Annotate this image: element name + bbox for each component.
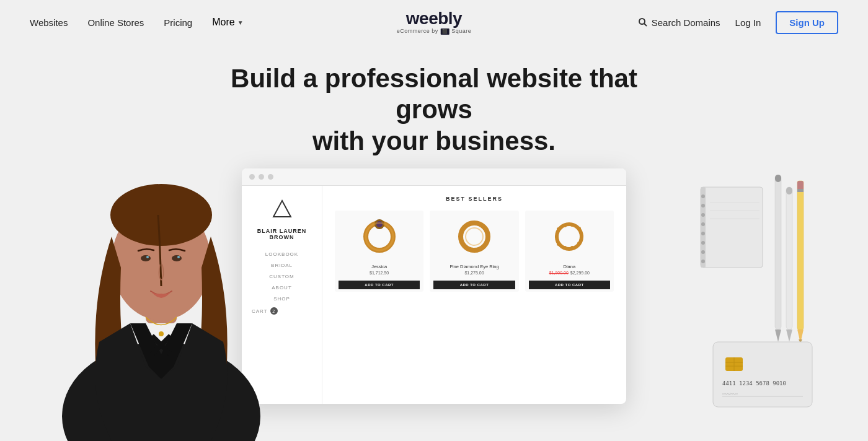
svg-text:4411  1234  5678  9010: 4411 1234 5678 9010 — [722, 380, 786, 386]
svg-rect-52 — [797, 189, 804, 192]
svg-marker-46 — [786, 330, 792, 342]
svg-line-1 — [644, 24, 647, 26]
best-sellers-title: BEST SELLERS — [335, 196, 614, 202]
svg-point-38 — [701, 260, 705, 263]
svg-point-17 — [466, 228, 483, 245]
product-image-jessica — [335, 211, 423, 260]
hero-section: Build a professional website that grows … — [0, 45, 868, 441]
add-to-cart-diana[interactable]: ADD TO CART — [529, 281, 610, 289]
hero-headline: Build a professional website that grows … — [217, 63, 651, 157]
logo-tagline: eCommerce by ⬛ Square — [397, 28, 472, 35]
ring-diamond-svg — [453, 217, 496, 254]
svg-point-20 — [557, 227, 560, 231]
mockup-body: Blair Lauren Brown LOOKBOOK BRIDAL CUSTO… — [242, 186, 626, 404]
svg-point-34 — [701, 222, 705, 226]
products-grid: Jessica $1,712.50 ADD TO CART — [335, 211, 614, 292]
logo-wordmark: weebly — [397, 10, 472, 27]
svg-rect-51 — [797, 181, 804, 190]
nav-right: Search Domains Log In Sign Up — [638, 11, 838, 34]
svg-point-9 — [177, 256, 180, 258]
svg-rect-29 — [701, 187, 763, 268]
product-info-diana: Diana $1,900.00$2,299.00 ADD TO CART — [525, 260, 614, 292]
logo[interactable]: weebly eCommerce by ⬛ Square — [397, 10, 472, 35]
svg-point-16 — [461, 223, 488, 250]
svg-point-5 — [110, 184, 212, 246]
svg-point-32 — [701, 204, 705, 207]
ring-diana-svg — [547, 217, 591, 254]
svg-rect-48 — [797, 181, 804, 330]
svg-point-0 — [639, 19, 645, 24]
svg-rect-53 — [713, 342, 812, 407]
product-image-diamond — [430, 211, 518, 260]
mockup-content: BEST SELLERS Jess — [322, 186, 626, 404]
svg-rect-47 — [786, 187, 792, 194]
svg-point-28 — [557, 242, 560, 246]
svg-marker-11 — [273, 201, 291, 217]
nav-left: Websites Online Stores Pricing More ▼ — [30, 17, 244, 28]
svg-marker-43 — [775, 330, 781, 342]
chevron-down-icon: ▼ — [237, 19, 244, 26]
svg-point-21 — [563, 224, 567, 227]
product-price-jessica: $1,712.50 — [339, 271, 420, 275]
svg-point-37 — [701, 250, 705, 254]
svg-point-7 — [172, 255, 182, 261]
product-price-diamond: $1,275.00 — [433, 271, 515, 275]
search-icon — [638, 17, 648, 27]
svg-point-24 — [580, 234, 583, 238]
product-card-jessica: Jessica $1,712.50 ADD TO CART — [335, 211, 423, 292]
svg-rect-42 — [775, 175, 781, 330]
mockup-titlebar — [242, 168, 626, 186]
add-to-cart-jessica[interactable]: ADD TO CART — [339, 281, 420, 289]
search-label: Search Domains — [652, 17, 720, 28]
product-card-diamond: Fine Diamond Eye Ring $1,275.00 ADD TO C… — [430, 211, 518, 292]
person-image — [50, 94, 273, 441]
stationery-svg: 4411 1234 5678 9010 ~~~/~~~ — [694, 175, 831, 422]
nav-stores[interactable]: Online Stores — [87, 17, 144, 28]
ring-jessica-svg — [358, 217, 401, 254]
search-domains[interactable]: Search Domains — [638, 17, 720, 28]
svg-point-22 — [570, 223, 574, 227]
svg-rect-30 — [701, 187, 706, 268]
svg-point-10 — [159, 331, 164, 336]
nav-more[interactable]: More ▼ — [212, 17, 243, 28]
svg-point-8 — [146, 256, 149, 258]
svg-point-35 — [701, 232, 705, 235]
navbar: Websites Online Stores Pricing More ▼ we… — [0, 0, 868, 45]
product-price-diana: $1,900.00$2,299.00 — [529, 271, 610, 275]
website-mockup: Blair Lauren Brown LOOKBOOK BRIDAL CUSTO… — [242, 168, 626, 404]
product-info-jessica: Jessica $1,712.50 ADD TO CART — [335, 260, 423, 292]
login-link[interactable]: Log In — [735, 17, 761, 28]
svg-point-31 — [701, 194, 705, 198]
add-to-cart-diamond[interactable]: ADD TO CART — [433, 281, 515, 289]
square-logo: ⬛ — [441, 28, 450, 35]
sidebar-logo-icon — [271, 198, 293, 220]
stationery-decoration: 4411 1234 5678 9010 ~~~/~~~ — [694, 175, 831, 422]
svg-rect-45 — [786, 187, 792, 330]
svg-point-26 — [570, 246, 574, 250]
product-info-diamond: Fine Diamond Eye Ring $1,275.00 ADD TO C… — [430, 260, 518, 292]
product-card-diana: Diana $1,900.00$2,299.00 ADD TO CART — [525, 211, 614, 292]
signup-button[interactable]: Sign Up — [776, 11, 838, 34]
person-svg — [50, 94, 273, 441]
svg-point-6 — [141, 255, 151, 261]
product-name-diana: Diana — [529, 264, 610, 269]
svg-point-27 — [563, 246, 567, 250]
svg-point-23 — [577, 227, 581, 230]
product-strike-price-diana: $1,900.00 — [549, 271, 569, 275]
product-name-diamond: Fine Diamond Eye Ring — [433, 264, 515, 269]
svg-text:~~~/~~~: ~~~/~~~ — [722, 391, 738, 396]
svg-point-33 — [701, 213, 705, 217]
svg-point-36 — [701, 241, 705, 245]
nav-more-label: More — [212, 17, 234, 28]
nav-pricing[interactable]: Pricing — [164, 17, 192, 28]
product-name-jessica: Jessica — [339, 264, 420, 269]
svg-point-19 — [555, 235, 559, 238]
svg-point-25 — [577, 242, 581, 245]
nav-websites[interactable]: Websites — [30, 17, 68, 28]
product-image-diana — [525, 211, 614, 260]
svg-rect-44 — [775, 175, 781, 182]
